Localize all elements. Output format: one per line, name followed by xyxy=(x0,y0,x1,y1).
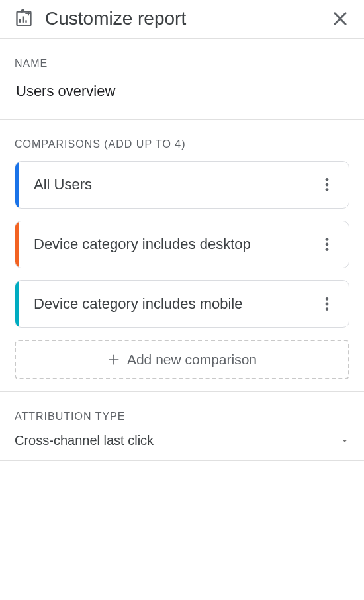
svg-point-6 xyxy=(326,178,329,181)
comparison-label: Device category includes mobile xyxy=(19,281,318,327)
add-comparison-label: Add new comparison xyxy=(127,352,257,368)
svg-point-11 xyxy=(326,248,329,251)
svg-point-7 xyxy=(326,183,329,187)
caret-down-icon xyxy=(340,436,349,446)
chart-edit-icon xyxy=(15,9,33,28)
panel-title: Customize report xyxy=(45,8,331,29)
comparisons-label: COMPARISONS (ADD UP TO 4) xyxy=(15,138,349,150)
attribution-value: Cross-channel last click xyxy=(15,433,154,448)
comparison-card[interactable]: Device category includes mobile xyxy=(15,280,349,328)
svg-point-13 xyxy=(326,303,329,306)
more-vert-icon[interactable] xyxy=(318,236,336,253)
comparison-card[interactable]: All Users xyxy=(15,161,349,209)
name-section: NAME xyxy=(0,39,364,120)
close-icon[interactable] xyxy=(331,9,349,28)
svg-point-12 xyxy=(326,297,329,301)
svg-point-8 xyxy=(326,188,329,191)
svg-point-9 xyxy=(326,238,329,241)
svg-point-14 xyxy=(326,307,329,311)
report-name-input[interactable] xyxy=(15,80,349,107)
comparisons-section: COMPARISONS (ADD UP TO 4) All Users Devi… xyxy=(0,120,364,392)
attribution-label: ATTRIBUTION TYPE xyxy=(15,411,349,423)
svg-point-10 xyxy=(326,243,329,246)
attribution-section: ATTRIBUTION TYPE Cross-channel last clic… xyxy=(0,392,364,461)
plus-icon xyxy=(107,353,120,366)
name-label: NAME xyxy=(15,58,349,70)
add-comparison-button[interactable]: Add new comparison xyxy=(15,340,349,379)
comparison-card[interactable]: Device category includes desktop xyxy=(15,221,349,268)
comparison-label: Device category includes desktop xyxy=(19,221,318,268)
panel-header: Customize report xyxy=(0,0,364,39)
more-vert-icon[interactable] xyxy=(318,176,336,193)
attribution-select[interactable]: Cross-channel last click xyxy=(15,433,349,448)
comparison-label: All Users xyxy=(19,162,318,208)
more-vert-icon[interactable] xyxy=(318,295,336,313)
